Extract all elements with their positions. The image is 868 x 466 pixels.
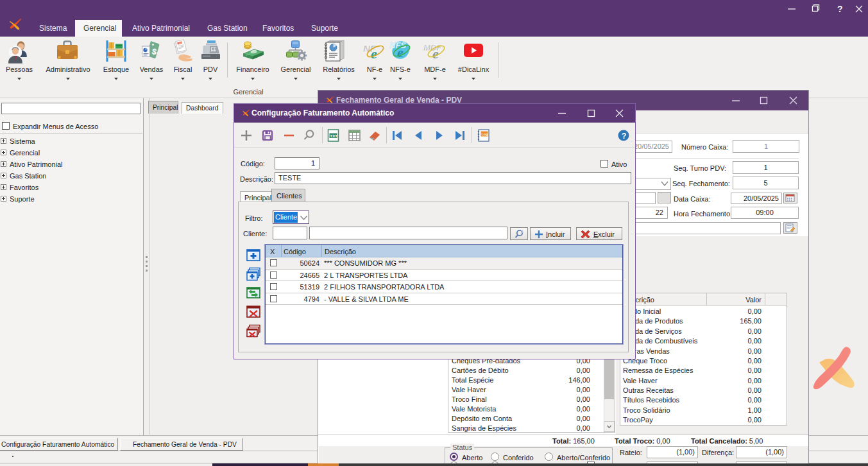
svg-text:Administrativo: Administrativo bbox=[46, 65, 90, 73]
svg-text:Relatórios: Relatórios bbox=[323, 65, 355, 73]
svg-text:NFS-e: NFS-e bbox=[390, 65, 411, 73]
svg-text:MDF-e: MDF-e bbox=[424, 65, 446, 73]
svg-text:?: ? bbox=[622, 132, 626, 141]
svg-text:Fiscal: Fiscal bbox=[174, 65, 192, 73]
svg-text:Vendas: Vendas bbox=[140, 65, 164, 73]
svg-text:Financeiro: Financeiro bbox=[236, 65, 269, 73]
svg-text:?: ? bbox=[837, 4, 843, 14]
svg-text:Log: Log bbox=[482, 132, 488, 136]
svg-text:#DicaLinx: #DicaLinx bbox=[458, 65, 489, 73]
svg-text:NF-e: NF-e bbox=[367, 65, 382, 73]
svg-text:TXT: TXT bbox=[330, 134, 338, 138]
svg-text:PDV: PDV bbox=[203, 65, 218, 73]
svg-text:Gerencial: Gerencial bbox=[280, 65, 311, 73]
svg-text:Pessoas: Pessoas bbox=[6, 65, 33, 73]
svg-text:Estoque: Estoque bbox=[103, 65, 129, 73]
